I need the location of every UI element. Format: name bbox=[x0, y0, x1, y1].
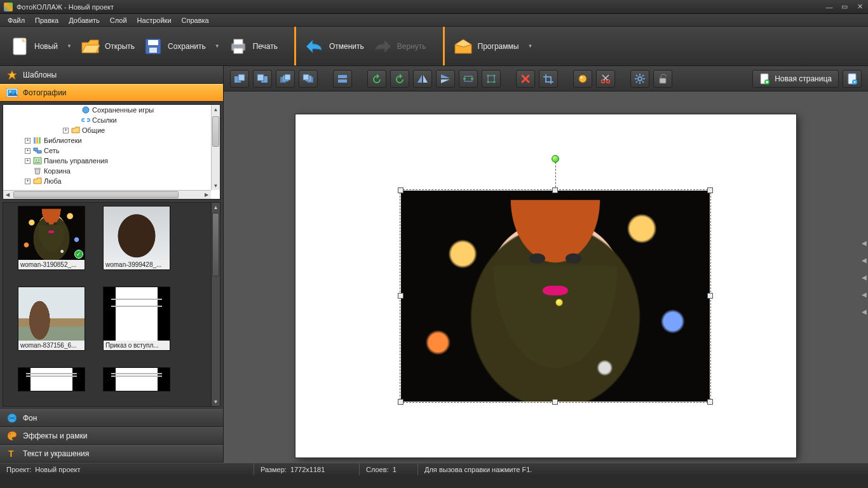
bring-front-button[interactable] bbox=[276, 70, 295, 88]
menu-settings[interactable]: Настройки bbox=[133, 15, 175, 25]
scroll-down-icon[interactable]: ▼ bbox=[212, 397, 220, 406]
resize-handle-sw[interactable] bbox=[398, 399, 403, 405]
flip-vertical-button[interactable] bbox=[436, 70, 455, 88]
delete-button[interactable] bbox=[516, 70, 535, 88]
tree-horizontal-scrollbar[interactable]: ◀ ▶ bbox=[3, 190, 211, 199]
minimize-button[interactable]: — bbox=[825, 3, 834, 11]
expand-icon[interactable]: + bbox=[63, 128, 69, 133]
thumbnail-item[interactable] bbox=[104, 368, 170, 391]
selected-image[interactable] bbox=[401, 191, 710, 402]
scroll-thumb[interactable] bbox=[212, 116, 219, 147]
scroll-thumb[interactable] bbox=[212, 213, 219, 276]
svg-text:T: T bbox=[8, 449, 14, 459]
menu-add[interactable]: Добавить bbox=[65, 15, 104, 25]
redo-button[interactable]: Вернуть bbox=[373, 37, 426, 56]
new-button[interactable]: Новый ▼ bbox=[10, 37, 72, 56]
accordion-background[interactable]: Фон bbox=[0, 409, 223, 427]
align-button[interactable] bbox=[333, 70, 352, 88]
scroll-left-icon[interactable]: ◀ bbox=[3, 191, 12, 199]
center-handle[interactable] bbox=[555, 299, 563, 306]
collapse-handle-icon[interactable]: ◀ bbox=[862, 308, 867, 315]
tree-vertical-scrollbar[interactable]: ▲ ▼ bbox=[211, 105, 220, 190]
page-settings-button[interactable] bbox=[843, 70, 862, 88]
dropdown-caret-icon[interactable]: ▼ bbox=[215, 43, 220, 49]
color-button[interactable] bbox=[573, 70, 592, 88]
tree-item[interactable]: Сохраненные игры bbox=[3, 105, 211, 115]
thumbnail-item[interactable]: woman-3999428_... bbox=[104, 207, 170, 269]
scroll-right-icon[interactable]: ▶ bbox=[202, 191, 211, 199]
resize-handle-e[interactable] bbox=[707, 293, 713, 299]
tree-item[interactable]: Корзина bbox=[3, 166, 211, 176]
thumbnail-image bbox=[104, 368, 170, 391]
expand-icon[interactable]: + bbox=[25, 158, 31, 164]
bring-forward-button[interactable] bbox=[230, 70, 249, 88]
tree-item[interactable]: +Люба bbox=[3, 176, 211, 186]
resize-handle-n[interactable] bbox=[552, 187, 558, 193]
collapse-handle-icon[interactable]: ◀ bbox=[862, 257, 867, 264]
fit-page-button[interactable] bbox=[482, 70, 501, 88]
scroll-down-icon[interactable]: ▼ bbox=[212, 181, 220, 190]
menu-edit[interactable]: Правка bbox=[31, 15, 62, 25]
tree-item[interactable]: +Библиотеки bbox=[3, 135, 211, 146]
resize-handle-se[interactable] bbox=[707, 399, 713, 405]
settings-button[interactable] bbox=[630, 70, 649, 88]
close-button[interactable]: ✕ bbox=[855, 3, 864, 11]
maximize-button[interactable]: ▭ bbox=[840, 3, 849, 11]
scroll-up-icon[interactable]: ▲ bbox=[212, 105, 220, 114]
collage-page[interactable] bbox=[295, 114, 796, 458]
thumbs-vertical-scrollbar[interactable]: ▲ ▼ bbox=[211, 203, 220, 406]
menu-file[interactable]: Файл bbox=[4, 15, 29, 25]
scroll-up-icon[interactable]: ▲ bbox=[212, 203, 220, 212]
save-button[interactable]: Сохранить ▼ bbox=[144, 37, 220, 56]
dropdown-caret-icon[interactable]: ▼ bbox=[527, 43, 532, 49]
svg-point-54 bbox=[638, 77, 642, 81]
canvas-area[interactable]: ◀ ◀ ◀ ◀ ◀ bbox=[224, 92, 868, 463]
dropdown-caret-icon[interactable]: ▼ bbox=[67, 43, 72, 49]
resize-handle-nw[interactable] bbox=[398, 187, 403, 193]
svg-rect-3 bbox=[148, 40, 158, 45]
tree-item[interactable]: +Сеть bbox=[3, 146, 211, 156]
flip-horizontal-button[interactable] bbox=[413, 70, 432, 88]
fit-width-button[interactable] bbox=[459, 70, 478, 88]
collapse-handle-icon[interactable]: ◀ bbox=[862, 274, 867, 281]
resize-handle-w[interactable] bbox=[398, 293, 403, 299]
folder-tree[interactable]: Сохраненные игрыСсылки+Общие+Библиотеки+… bbox=[3, 104, 220, 200]
rotation-handle[interactable] bbox=[552, 155, 559, 163]
resize-handle-ne[interactable] bbox=[707, 187, 713, 193]
main-toolbar: Новый ▼ Открыть Сохранить ▼ Печать bbox=[0, 27, 868, 66]
thumbnail-item[interactable]: woman-837156_6... bbox=[18, 287, 85, 350]
tree-item[interactable]: +Общие bbox=[3, 125, 211, 135]
crop-button[interactable] bbox=[539, 70, 558, 88]
scroll-thumb[interactable] bbox=[13, 191, 179, 198]
thumbnail-item[interactable] bbox=[18, 368, 85, 391]
accordion-effects[interactable]: Эффекты и рамки bbox=[0, 427, 223, 445]
lock-button[interactable] bbox=[653, 70, 672, 88]
collapse-handle-icon[interactable]: ◀ bbox=[862, 240, 867, 247]
menu-layer[interactable]: Слой bbox=[106, 15, 131, 25]
send-back-button[interactable] bbox=[299, 70, 318, 88]
rotate-left-button[interactable] bbox=[367, 70, 386, 88]
expand-icon[interactable]: + bbox=[25, 138, 31, 144]
send-backward-button[interactable] bbox=[253, 70, 272, 88]
svg-point-12 bbox=[83, 107, 89, 113]
cut-button[interactable] bbox=[596, 70, 615, 88]
open-button[interactable]: Открыть bbox=[81, 37, 135, 56]
collapse-handle-icon[interactable]: ◀ bbox=[862, 291, 867, 298]
tree-item[interactable]: +Панель управления bbox=[3, 156, 211, 166]
print-button[interactable]: Печать bbox=[229, 37, 278, 56]
accordion-photos[interactable]: Фотографии bbox=[0, 84, 223, 102]
programs-button[interactable]: Программы ▼ bbox=[454, 37, 533, 56]
accordion-text[interactable]: T Текст и украшения bbox=[0, 445, 223, 463]
accordion-templates[interactable]: Шаблоны bbox=[0, 66, 223, 84]
undo-button[interactable]: Отменить bbox=[305, 37, 364, 56]
rotate-right-button[interactable] bbox=[390, 70, 409, 88]
thumbnail-item[interactable]: Приказ о вступл... bbox=[104, 287, 170, 350]
expand-icon[interactable]: + bbox=[25, 179, 31, 184]
resize-handle-s[interactable] bbox=[552, 399, 558, 405]
thumbnail-item[interactable]: ✓ woman-3190852_... bbox=[18, 207, 85, 269]
expand-icon[interactable]: + bbox=[25, 148, 31, 154]
new-page-button[interactable]: Новая страница bbox=[752, 70, 839, 88]
tree-item[interactable]: Ссылки bbox=[3, 115, 211, 125]
menu-help[interactable]: Справка bbox=[178, 15, 213, 25]
svg-point-46 bbox=[487, 74, 489, 76]
